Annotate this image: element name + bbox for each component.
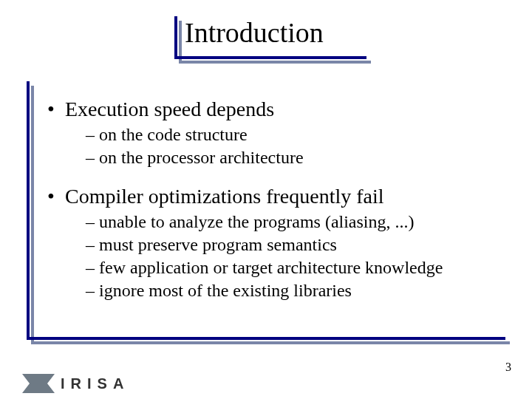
body-container: Execution speed depends on the code stru… [27,81,505,340]
bullet-sub: must preserve program semantics [86,233,497,256]
bullet-sub: ignore most of the existing libraries [86,279,497,302]
bullet-main: Compiler optimizations frequently fail [50,183,497,209]
slide: Introduction Execution speed depends on … [0,0,532,399]
logo-mark-icon [22,374,55,393]
bullet-sub: on the code structure [86,123,497,146]
bullet-main: Execution speed depends [50,96,497,122]
bullet-sub: few application or target architecture k… [86,256,497,279]
logo: IRISA [22,374,129,393]
title-container: Introduction [174,16,366,59]
slide-title: Introduction [174,16,366,59]
bullet-sub: on the processor architecture [86,146,497,169]
svg-marker-0 [22,374,55,393]
page-number: 3 [505,361,511,374]
logo-text: IRISA [61,375,129,392]
bullet-sub: unable to analyze the programs (aliasing… [86,211,497,233]
spacer [40,168,497,179]
body-box: Execution speed depends on the code stru… [27,81,505,340]
